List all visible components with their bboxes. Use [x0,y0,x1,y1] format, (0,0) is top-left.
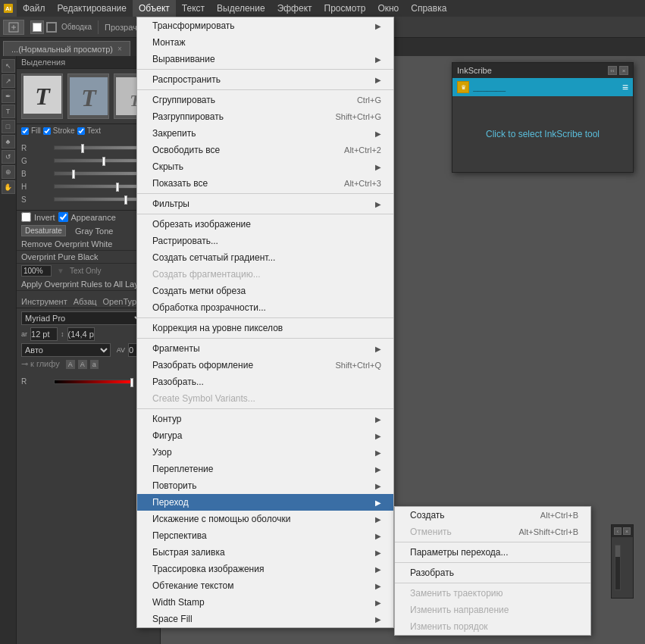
submenu-reverse-dir[interactable]: Изменить направление [395,602,590,618]
panel-scroll[interactable] [615,545,621,590]
main-tab[interactable]: ...(Нормальный просмотр) × [3,41,130,56]
menu-show-all[interactable]: Показать все Alt+Ctrl+3 [137,175,393,192]
tool-select[interactable]: ↖ [2,59,15,73]
font-icon-2[interactable]: A [78,360,87,369]
panel-scroll-thumb[interactable] [615,546,620,557]
submenu-create[interactable]: Создать Alt+Ctrl+B [395,507,590,524]
font-select[interactable]: Myriad Pro [21,311,145,325]
menu-image-trace[interactable]: Трассировка изображения ▶ [137,561,393,577]
submenu-reverse-stack[interactable]: Изменить порядок [395,618,590,635]
submenu-options[interactable]: Параметры перехода... [395,544,590,561]
menu-ungroup[interactable]: Разгруппировать Shift+Ctrl+G [137,108,393,125]
menu-distribute[interactable]: Распространить ▶ [137,71,393,88]
menu-envelope[interactable]: Искажение с помощью оболочки ▶ [137,511,393,527]
menu-symbol-variants[interactable]: Create Symbol Variants... [137,390,393,407]
menu-expand-appear[interactable]: Разобрать оформление Shift+Ctrl+Q [137,357,393,374]
tool-direct[interactable]: ↗ [2,74,15,88]
inkscribe-menu-btn[interactable]: ≡ [622,81,628,93]
slider-g-handle[interactable] [102,157,105,166]
r-bottom-bar[interactable] [54,380,131,384]
leading-input[interactable] [67,327,95,341]
menu-object[interactable]: Объект [133,0,176,17]
menu-mesh-grad[interactable]: Создать сетчатый градиент... [137,249,393,266]
menu-slices[interactable]: Фрагменты ▶ [137,340,393,357]
menu-space-fill[interactable]: Space Fill ▶ [137,611,393,627]
slider-5-handle[interactable] [124,195,127,205]
menu-crop-marks[interactable]: Создать метки обреза [137,283,393,299]
slider-b-bar[interactable] [54,171,142,176]
sp-close-btn[interactable]: × [623,527,631,535]
slider-r-handle[interactable] [81,144,84,153]
tool-rect[interactable]: □ [2,120,15,133]
menu-view[interactable]: Просмотр [318,0,372,17]
menu-rasterize[interactable]: Растрировать... [137,233,393,249]
toolbar-new-btn[interactable] [3,20,24,35]
object-menu-dropdown[interactable]: Трансформировать ▶ Монтаж Выравнивание ▶… [136,17,394,628]
sp-collapse-btn[interactable]: ‹ [614,527,622,535]
slider-r-bar[interactable] [54,145,142,150]
menu-fragment[interactable]: Создать фрагментацию... [137,266,393,283]
thumb-1[interactable]: T [21,73,63,119]
tab-para[interactable]: Абзац [74,297,97,306]
menu-file[interactable]: Файл [17,0,52,17]
appearance-checkbox[interactable] [58,212,68,222]
menu-group[interactable]: Сгруппировать Ctrl+G [137,92,393,108]
tool-brush[interactable]: ♣ [2,135,15,148]
submenu-expand[interactable]: Разобрать [395,564,590,581]
invert-checkbox[interactable] [21,212,31,222]
menu-blend[interactable]: Переплетение ▶ [137,461,393,477]
menu-pattern[interactable]: Узор ▶ [137,444,393,461]
tab-otype[interactable]: OpenType [103,297,142,306]
font-size-input[interactable] [30,327,58,341]
menu-text-wrap[interactable]: Обтекание текстом ▶ [137,577,393,594]
fill-swatch[interactable] [30,20,44,34]
tool-rotate[interactable]: ↺ [2,150,15,164]
menu-live-paint[interactable]: Быстрая заливка ▶ [137,544,393,561]
menu-shape[interactable]: Фигура ▶ [137,427,393,444]
stroke-swatch[interactable] [46,22,57,33]
menu-window[interactable]: Окно [371,0,405,17]
submenu-replace-spine[interactable]: Заменить траекторию [395,585,590,602]
pct-input[interactable] [21,265,52,277]
slider-5-bar[interactable] [54,197,142,202]
inkscribe-close-btn[interactable]: × [619,66,628,75]
tool-type[interactable]: T [2,105,15,118]
tool-hand[interactable]: ✋ [2,180,15,194]
menu-hide[interactable]: Скрыть ▶ [137,158,393,175]
menu-path[interactable]: Контур ▶ [137,411,393,427]
slider-b-handle[interactable] [72,170,75,179]
gray-tone-btn[interactable]: Gray Tone [75,227,114,236]
menu-perspective[interactable]: Перспектива ▶ [137,527,393,544]
tab-close[interactable]: × [117,45,122,53]
menu-filters[interactable]: Фильтры ▶ [137,195,393,212]
tab-tool[interactable]: Инструмент [21,297,67,306]
tool-pen[interactable]: ✒ [2,89,15,103]
desaturate-btn[interactable]: Desaturate [21,225,66,236]
perehod-submenu[interactable]: Создать Alt+Ctrl+B Отменить Alt+Shift+Ct… [394,506,591,636]
inkscribe-collapse-btn[interactable]: ‹‹ [608,66,617,75]
slider-4-bar[interactable] [54,184,142,189]
menu-effect[interactable]: Эффект [271,0,318,17]
submenu-cancel[interactable]: Отменить Alt+Shift+Ctrl+B [395,524,590,540]
slider-4-handle[interactable] [116,183,119,192]
menu-align[interactable]: Выравнивание ▶ [137,51,393,67]
font-icon-1[interactable]: A [66,360,75,369]
menu-text[interactable]: Текст [176,0,211,17]
menu-expand[interactable]: Разобрать... [137,374,393,390]
stroke-checkbox[interactable] [43,127,51,135]
r-bottom-handle[interactable] [130,378,133,387]
auto-select[interactable]: Авто [21,343,111,357]
menu-select[interactable]: Выделение [211,0,271,17]
tool-zoom[interactable]: ⊕ [2,165,15,179]
thumb-2[interactable]: T [67,73,109,119]
menu-help[interactable]: Справка [405,0,452,17]
menu-pixel-correct[interactable]: Коррекция на уровне пикселов [137,320,393,336]
menu-montage[interactable]: Монтаж [137,34,393,51]
menu-transform[interactable]: Трансформировать ▶ [137,17,393,34]
slider-g-bar[interactable] [54,158,142,163]
menu-repeat[interactable]: Повторить ▶ [137,477,393,494]
menu-flatten-trans[interactable]: Обработка прозрачности... [137,299,393,316]
menu-lock[interactable]: Закрепить ▶ [137,125,393,142]
menu-edit[interactable]: Редактирование [52,0,133,17]
font-icon-3[interactable]: a [90,360,99,369]
